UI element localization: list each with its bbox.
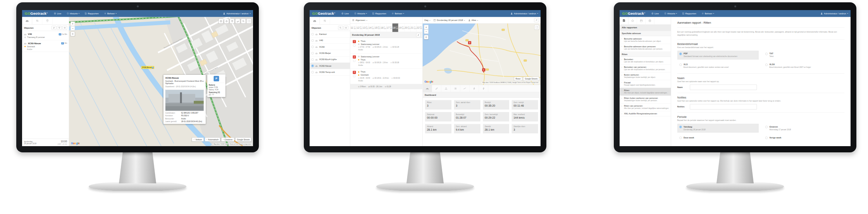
reset-button[interactable]: Reset	[514, 77, 522, 81]
filter-select[interactable]: Alles	[472, 19, 476, 22]
tab-vehicles[interactable]	[310, 17, 320, 24]
nav-beheer[interactable]: Beheer▾	[104, 12, 117, 15]
tab-edit[interactable]	[432, 85, 441, 92]
date-cell[interactable]: 20ZAJAN	[405, 24, 411, 32]
poi-button[interactable]	[230, 19, 234, 23]
date-cell[interactable]: 21ZOJAN	[410, 24, 417, 32]
tab-scheduled[interactable]	[637, 17, 646, 24]
date-cell[interactable]: 14ZOJAN	[368, 24, 374, 32]
route-marker-3[interactable]: 3	[468, 41, 471, 44]
format-option-txt[interactable]: TXTTekst	[763, 50, 844, 59]
nav-rapporten[interactable]: Rapporten	[85, 12, 99, 15]
date-cell[interactable]: 22MAJAN	[417, 24, 423, 32]
list-view-button[interactable]	[344, 26, 348, 29]
nav-user-menu[interactable]: Administrator / andron▾	[223, 12, 251, 15]
fullscreen-button[interactable]	[246, 19, 251, 23]
date-cell[interactable]: 11DOJAN	[350, 24, 356, 32]
report-item[interactable]: Buiten werkurenVerplaatsingen buiten wer…	[620, 72, 671, 80]
report-name-input[interactable]	[690, 85, 757, 90]
date-cell-selected[interactable]: 18DOJAN	[392, 24, 398, 32]
object-row[interactable]: XC60-Beijer	[310, 50, 350, 56]
tab-events[interactable]	[470, 85, 479, 92]
zoom-out-button[interactable]: −	[71, 26, 75, 31]
report-notes-input[interactable]	[690, 104, 757, 109]
report-item[interactable]: FiscaalFiscaal rapport voor bijtellingsd…	[620, 80, 671, 88]
period-option-gisteren[interactable]: GisterenWoensdag 17 januari 2018	[763, 124, 844, 133]
app-logo[interactable]: GOGeotrack®	[25, 11, 48, 16]
report-item[interactable]: XML Auditfile Ritregistratiesystemen	[620, 111, 671, 117]
nav-live[interactable]: Live	[54, 12, 61, 15]
period-option-vorige-week[interactable]: Vorige week	[763, 135, 844, 141]
nav-beheer[interactable]: Beheer▾	[702, 12, 714, 15]
format-option-pdf[interactable]: PDFStandaard formaat voor uitwisseling v…	[677, 50, 759, 59]
tab-favorites[interactable]	[628, 17, 637, 24]
object-row-selected[interactable]: XC60-Nieuw	[310, 63, 350, 69]
object-row[interactable]: XC60	[310, 44, 350, 50]
live-map[interactable]: Businesspark Friesland-West Businesspark…	[69, 17, 253, 146]
nav-historie[interactable]: Historie▾	[354, 12, 367, 15]
object-row[interactable]: XC60-Temp-unit	[310, 69, 350, 75]
vehicle-marker[interactable]: XC60-NieuwP	[141, 66, 154, 69]
trip-checkbox[interactable]	[353, 44, 355, 47]
object-row[interactable]: V40	[310, 37, 350, 43]
date-cell[interactable]: 13ZAJAN	[362, 24, 369, 32]
trip-row-1[interactable]: 1 Thuis Stationsweg Lemmer ⊙ 07:50 - 07:…	[350, 38, 422, 54]
date-cell[interactable]: 12VRJAN	[356, 24, 362, 32]
zoom-out-button[interactable]: −	[424, 29, 428, 34]
period-option-vandaag[interactable]: VandaagDonderdag 18 januari 2018	[677, 124, 759, 133]
follow-button[interactable]	[224, 19, 229, 23]
date-cell[interactable]: 16DIJAN	[380, 24, 386, 32]
all-reports-header[interactable]: Alle rapporten	[620, 24, 671, 31]
select-all-button[interactable]: ✓	[416, 33, 420, 37]
tab-graph[interactable]	[460, 85, 470, 92]
route-marker-1[interactable]: 1	[482, 68, 485, 71]
tab-print[interactable]	[646, 17, 654, 24]
tab-filters[interactable]	[32, 17, 42, 24]
search-button[interactable]	[338, 26, 343, 29]
google-streets-button[interactable]: Google Streets	[235, 138, 251, 142]
object-row[interactable]: Kantoor	[310, 31, 350, 37]
date-cell[interactable]: 15MAJAN	[374, 24, 381, 32]
nav-user-menu[interactable]: Administrator / andron▾	[821, 12, 848, 15]
nav-historie[interactable]: Historie▾	[67, 12, 79, 15]
search-button[interactable]	[241, 19, 246, 23]
sort-button[interactable]	[52, 26, 56, 29]
trip-row-3[interactable]: 3 Thuis Geotrack ⊙ 09:35 - 09:54⇄ 00:18:…	[350, 69, 422, 84]
report-item[interactable]: Ritten van personenAlle ritten per perso…	[620, 104, 671, 111]
object-row-xc60-nieuw[interactable]: XC60-Nieuw P6m Geotrack Andre	[22, 40, 69, 52]
report-item[interactable]: Bezochte adressen door personenLijst van…	[620, 44, 671, 52]
trip-row-2[interactable]: 2 Stationsweg Lemmer Thuis ⊙ 08:51 - 09:…	[350, 53, 422, 69]
clusteren-button[interactable]: ×Clusteren	[221, 138, 234, 142]
period-select[interactable]: Dag	[424, 19, 428, 22]
tab-alerts[interactable]	[479, 85, 488, 92]
trip-checkbox[interactable]	[353, 75, 355, 77]
filter-button[interactable]	[57, 26, 62, 29]
zoom-in-button[interactable]: +	[424, 25, 428, 29]
streetview-photo[interactable]	[165, 90, 204, 111]
measure-button[interactable]	[235, 19, 240, 23]
app-logo[interactable]: GOGeotrack®	[312, 11, 336, 16]
tab-export[interactable]	[441, 85, 451, 92]
my-location-button[interactable]	[71, 32, 75, 36]
report-item[interactable]: Ritten buiten werkuren van personenVerpl…	[620, 96, 671, 104]
object-row[interactable]: XC60-Eco4-Light+	[310, 56, 350, 62]
tab-list[interactable]	[451, 85, 460, 92]
verkeer-button[interactable]: ✓Verkeer	[192, 138, 204, 142]
report-item[interactable]: BezoekenLijst van alle stoplocaties en b…	[620, 57, 671, 65]
fullscreen-button[interactable]	[534, 25, 539, 29]
report-item-selected[interactable]: RittenAlle ritten per object, inclusief …	[620, 88, 671, 96]
nav-rapporten[interactable]: Rapporten	[682, 12, 696, 15]
period-option-deze-week[interactable]: Deze week	[677, 135, 759, 141]
tab-dashboard[interactable]	[423, 85, 432, 92]
nav-user-menu[interactable]: Administrator / andron▾	[511, 12, 538, 15]
tab-locations[interactable]	[42, 17, 52, 24]
tab-vehicles[interactable]	[22, 17, 32, 24]
date-cell[interactable]: 17WOJAN	[386, 24, 393, 32]
traffic-button[interactable]	[219, 19, 223, 23]
nav-live[interactable]: Live	[651, 12, 659, 15]
trip-checkbox[interactable]	[353, 60, 355, 62]
nav-beheer[interactable]: Beheer▾	[392, 12, 404, 15]
group-select[interactable]: Algemeen	[355, 19, 365, 22]
nav-live[interactable]: Live	[341, 12, 349, 15]
my-location-button[interactable]	[424, 35, 428, 39]
